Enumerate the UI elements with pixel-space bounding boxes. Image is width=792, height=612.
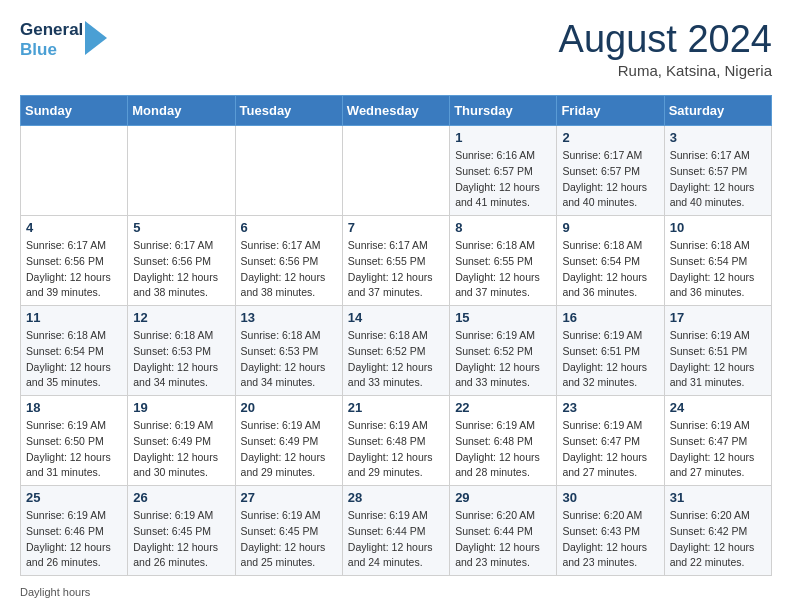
day-number: 31	[670, 490, 766, 505]
calendar-week-3: 11 Sunrise: 6:18 AMSunset: 6:54 PMDaylig…	[21, 306, 772, 396]
day-info: Sunrise: 6:16 AMSunset: 6:57 PMDaylight:…	[455, 148, 551, 211]
column-header-monday: Monday	[128, 96, 235, 126]
calendar-cell: 8 Sunrise: 6:18 AMSunset: 6:55 PMDayligh…	[450, 216, 557, 306]
day-number: 20	[241, 400, 337, 415]
calendar-cell: 12 Sunrise: 6:18 AMSunset: 6:53 PMDaylig…	[128, 306, 235, 396]
day-info: Sunrise: 6:18 AMSunset: 6:54 PMDaylight:…	[670, 238, 766, 301]
day-number: 6	[241, 220, 337, 235]
day-number: 27	[241, 490, 337, 505]
calendar-cell	[342, 126, 449, 216]
svg-marker-0	[85, 21, 107, 55]
calendar-cell: 16 Sunrise: 6:19 AMSunset: 6:51 PMDaylig…	[557, 306, 664, 396]
calendar-cell: 2 Sunrise: 6:17 AMSunset: 6:57 PMDayligh…	[557, 126, 664, 216]
day-number: 1	[455, 130, 551, 145]
calendar-cell: 10 Sunrise: 6:18 AMSunset: 6:54 PMDaylig…	[664, 216, 771, 306]
calendar-cell: 11 Sunrise: 6:18 AMSunset: 6:54 PMDaylig…	[21, 306, 128, 396]
day-number: 3	[670, 130, 766, 145]
day-number: 21	[348, 400, 444, 415]
column-header-sunday: Sunday	[21, 96, 128, 126]
calendar-week-1: 1 Sunrise: 6:16 AMSunset: 6:57 PMDayligh…	[21, 126, 772, 216]
logo-arrow-icon	[85, 21, 107, 55]
column-header-thursday: Thursday	[450, 96, 557, 126]
day-info: Sunrise: 6:17 AMSunset: 6:57 PMDaylight:…	[670, 148, 766, 211]
calendar-cell: 25 Sunrise: 6:19 AMSunset: 6:46 PMDaylig…	[21, 486, 128, 576]
day-number: 10	[670, 220, 766, 235]
day-number: 12	[133, 310, 229, 325]
column-header-friday: Friday	[557, 96, 664, 126]
day-number: 14	[348, 310, 444, 325]
day-number: 22	[455, 400, 551, 415]
day-info: Sunrise: 6:19 AMSunset: 6:51 PMDaylight:…	[670, 328, 766, 391]
calendar-cell: 26 Sunrise: 6:19 AMSunset: 6:45 PMDaylig…	[128, 486, 235, 576]
calendar-cell: 28 Sunrise: 6:19 AMSunset: 6:44 PMDaylig…	[342, 486, 449, 576]
calendar-cell: 19 Sunrise: 6:19 AMSunset: 6:49 PMDaylig…	[128, 396, 235, 486]
day-info: Sunrise: 6:18 AMSunset: 6:54 PMDaylight:…	[26, 328, 122, 391]
day-info: Sunrise: 6:19 AMSunset: 6:52 PMDaylight:…	[455, 328, 551, 391]
day-info: Sunrise: 6:19 AMSunset: 6:47 PMDaylight:…	[670, 418, 766, 481]
day-number: 11	[26, 310, 122, 325]
day-number: 9	[562, 220, 658, 235]
day-info: Sunrise: 6:19 AMSunset: 6:46 PMDaylight:…	[26, 508, 122, 571]
day-number: 2	[562, 130, 658, 145]
column-header-tuesday: Tuesday	[235, 96, 342, 126]
day-number: 23	[562, 400, 658, 415]
day-number: 16	[562, 310, 658, 325]
day-number: 25	[26, 490, 122, 505]
calendar-cell: 6 Sunrise: 6:17 AMSunset: 6:56 PMDayligh…	[235, 216, 342, 306]
logo-general-text: General	[20, 20, 83, 40]
calendar-cell: 22 Sunrise: 6:19 AMSunset: 6:48 PMDaylig…	[450, 396, 557, 486]
calendar-cell	[21, 126, 128, 216]
day-number: 18	[26, 400, 122, 415]
day-info: Sunrise: 6:19 AMSunset: 6:45 PMDaylight:…	[241, 508, 337, 571]
calendar-cell: 24 Sunrise: 6:19 AMSunset: 6:47 PMDaylig…	[664, 396, 771, 486]
day-info: Sunrise: 6:17 AMSunset: 6:55 PMDaylight:…	[348, 238, 444, 301]
day-number: 17	[670, 310, 766, 325]
calendar-week-4: 18 Sunrise: 6:19 AMSunset: 6:50 PMDaylig…	[21, 396, 772, 486]
calendar-cell: 14 Sunrise: 6:18 AMSunset: 6:52 PMDaylig…	[342, 306, 449, 396]
location: Ruma, Katsina, Nigeria	[559, 62, 772, 79]
day-number: 30	[562, 490, 658, 505]
day-info: Sunrise: 6:19 AMSunset: 6:48 PMDaylight:…	[455, 418, 551, 481]
day-info: Sunrise: 6:18 AMSunset: 6:53 PMDaylight:…	[241, 328, 337, 391]
column-header-saturday: Saturday	[664, 96, 771, 126]
page-header: General Blue August 2024 Ruma, Katsina, …	[20, 20, 772, 79]
day-number: 19	[133, 400, 229, 415]
calendar-cell: 13 Sunrise: 6:18 AMSunset: 6:53 PMDaylig…	[235, 306, 342, 396]
calendar-cell: 9 Sunrise: 6:18 AMSunset: 6:54 PMDayligh…	[557, 216, 664, 306]
calendar-cell: 5 Sunrise: 6:17 AMSunset: 6:56 PMDayligh…	[128, 216, 235, 306]
logo: General Blue	[20, 20, 107, 59]
day-info: Sunrise: 6:20 AMSunset: 6:42 PMDaylight:…	[670, 508, 766, 571]
month-title: August 2024	[559, 20, 772, 58]
day-number: 24	[670, 400, 766, 415]
day-info: Sunrise: 6:17 AMSunset: 6:56 PMDaylight:…	[133, 238, 229, 301]
calendar-cell: 31 Sunrise: 6:20 AMSunset: 6:42 PMDaylig…	[664, 486, 771, 576]
calendar-cell: 15 Sunrise: 6:19 AMSunset: 6:52 PMDaylig…	[450, 306, 557, 396]
calendar-cell: 3 Sunrise: 6:17 AMSunset: 6:57 PMDayligh…	[664, 126, 771, 216]
day-number: 5	[133, 220, 229, 235]
calendar-cell: 18 Sunrise: 6:19 AMSunset: 6:50 PMDaylig…	[21, 396, 128, 486]
day-number: 8	[455, 220, 551, 235]
calendar-cell	[128, 126, 235, 216]
day-number: 28	[348, 490, 444, 505]
day-number: 26	[133, 490, 229, 505]
day-info: Sunrise: 6:18 AMSunset: 6:53 PMDaylight:…	[133, 328, 229, 391]
day-info: Sunrise: 6:19 AMSunset: 6:48 PMDaylight:…	[348, 418, 444, 481]
logo-container: General Blue	[20, 20, 107, 59]
day-info: Sunrise: 6:20 AMSunset: 6:44 PMDaylight:…	[455, 508, 551, 571]
day-number: 7	[348, 220, 444, 235]
title-block: August 2024 Ruma, Katsina, Nigeria	[559, 20, 772, 79]
day-info: Sunrise: 6:18 AMSunset: 6:54 PMDaylight:…	[562, 238, 658, 301]
day-number: 13	[241, 310, 337, 325]
calendar-cell: 1 Sunrise: 6:16 AMSunset: 6:57 PMDayligh…	[450, 126, 557, 216]
day-number: 15	[455, 310, 551, 325]
calendar-cell: 4 Sunrise: 6:17 AMSunset: 6:56 PMDayligh…	[21, 216, 128, 306]
calendar-cell: 17 Sunrise: 6:19 AMSunset: 6:51 PMDaylig…	[664, 306, 771, 396]
calendar-week-5: 25 Sunrise: 6:19 AMSunset: 6:46 PMDaylig…	[21, 486, 772, 576]
day-info: Sunrise: 6:19 AMSunset: 6:47 PMDaylight:…	[562, 418, 658, 481]
calendar-cell: 21 Sunrise: 6:19 AMSunset: 6:48 PMDaylig…	[342, 396, 449, 486]
calendar-cell: 7 Sunrise: 6:17 AMSunset: 6:55 PMDayligh…	[342, 216, 449, 306]
day-info: Sunrise: 6:20 AMSunset: 6:43 PMDaylight:…	[562, 508, 658, 571]
day-info: Sunrise: 6:19 AMSunset: 6:51 PMDaylight:…	[562, 328, 658, 391]
day-info: Sunrise: 6:18 AMSunset: 6:55 PMDaylight:…	[455, 238, 551, 301]
day-info: Sunrise: 6:18 AMSunset: 6:52 PMDaylight:…	[348, 328, 444, 391]
